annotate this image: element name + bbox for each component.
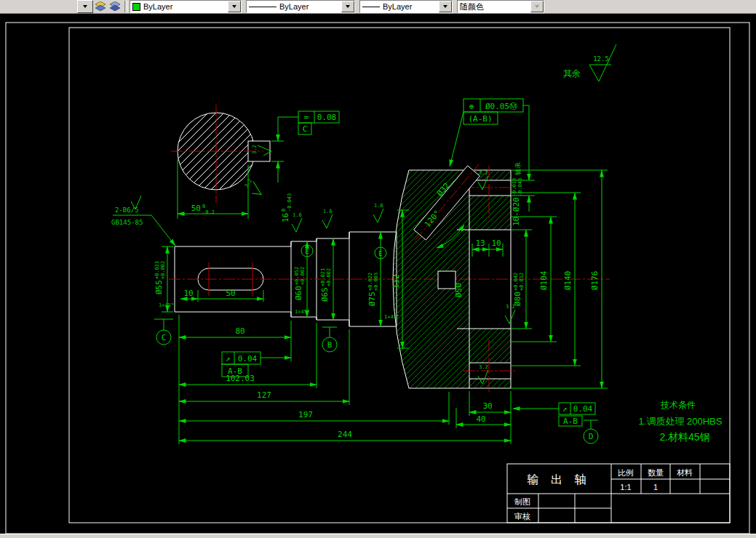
linetype-control-combo[interactable]: ByLayer [246,0,355,13]
qty-label: 数量 [648,468,664,477]
svg-text:-0.013: -0.013 [512,178,517,196]
svg-text:D: D [589,432,594,441]
docked-combo-arrow-button[interactable] [77,0,93,13]
svg-text:0.08: 0.08 [317,113,337,122]
dim-30: 30 [482,401,492,411]
svg-text:(A-B): (A-B) [468,114,492,124]
svg-text:+0.022: +0.022 [367,273,373,291]
dim-d104: Ø104 [539,270,549,290]
chevron-down-icon [535,5,539,10]
dim-40: 40 [476,414,485,424]
roughness-3-2: 3.2 [242,178,265,198]
shaft-diameter-dims: Ø55 +0.021 +0.002 E Ø60 +0.052 +0.002 Ø6… [154,203,399,326]
svg-text:3.2: 3.2 [244,178,254,189]
chamfer-note: 1×45° [159,302,174,308]
svg-text:1.6: 1.6 [323,209,333,214]
center-hole-note[interactable]: 2-B6/5 GB145-85 [111,196,175,246]
layers-icon[interactable] [94,1,107,12]
svg-text:+0.021: +0.021 [154,261,160,279]
scale-value: 1:1 [620,483,631,491]
chevron-down-icon [232,5,236,10]
svg-text:B: B [327,340,333,350]
svg-text:Ø104: Ø104 [539,270,549,290]
datum-b: B [322,327,337,352]
bottom-strip [0,534,756,538]
svg-text:-0.043: -0.043 [287,193,293,212]
title-block: 输 出 轴 比例 数量 材料 1:1 1 制图 审核 [507,464,730,523]
lineweight-combo-value: ByLayer [383,2,412,11]
color-combo-value: ByLayer [143,2,172,11]
lineweight-combo-arrow[interactable] [439,1,452,12]
linetype-combo-arrow[interactable] [341,1,354,12]
svg-text:0.04: 0.04 [573,404,593,414]
svg-text:A-B: A-B [563,417,578,426]
linetype-combo-value: ByLayer [279,2,309,11]
svg-text:+0.012: +0.012 [519,273,525,291]
svg-text:Ø0.05Ⓜ: Ø0.05Ⓜ [485,102,517,111]
svg-text:0: 0 [281,209,287,212]
tolerance-frame-f3[interactable]: ↗ 0.04 A-B [222,352,291,377]
svg-text:C: C [303,124,308,134]
svg-text:1.6: 1.6 [293,212,302,218]
keyway-section-view[interactable]: 50 0 -0.2 16 0 -0.043 = 0.08 C 3.2 3.2 [171,105,339,222]
drawing-viewport[interactable]: 50 0 -0.2 16 0 -0.043 = 0.08 C 3.2 3.2 2… [0,14,756,534]
tolerance-frame-f4[interactable]: ↗ 0.04 A-B [513,403,595,426]
svg-text:-0.2: -0.2 [202,209,215,215]
tolerance-frame-f1[interactable]: = 0.08 C [298,111,339,134]
svg-text:+0.021: +0.021 [320,268,326,286]
lineweight-control-combo[interactable]: ByLayer [359,0,453,13]
dim-d50: Ø50 [454,283,463,297]
checker-label: 审核 [514,512,530,521]
svg-text:Ø55: Ø55 [154,280,164,294]
svg-text:+0.002: +0.002 [326,268,332,286]
svg-text:Ø140: Ø140 [563,271,573,291]
chamfer-note: 1×45° [384,314,399,320]
svg-text:Ø60: Ø60 [294,286,303,300]
svg-text:1.调质处理 200HBS: 1.调质处理 200HBS [639,416,723,427]
color-control-combo[interactable]: ByLayer [130,0,242,13]
layer-states-icon[interactable] [108,1,122,12]
dim-keyway-10: 10 [183,289,193,298]
runout-symbol-icon: ↗ [562,404,568,414]
svg-text:+0.052: +0.052 [294,267,300,285]
svg-text:Ø50: Ø50 [454,283,463,297]
datum-d: D [584,420,598,443]
datum-e-circle: E [305,248,309,255]
dim-127: 127 [257,390,271,400]
material-label: 材料 [677,468,693,477]
dim-80: 80 [235,326,244,336]
dim-d80: Ø80 +0.042 +0.012 [513,273,525,306]
roughness-1-6: 1.6 [292,212,302,232]
dim-d65: Ø65 +0.021 +0.002 [320,268,332,302]
dim-keyway-50: 50 [226,289,235,298]
dim-d55: Ø55 +0.021 +0.002 [154,261,166,294]
top-toolbar: ByLayer ByLayer ByLayer 随颜色 [0,0,756,14]
gear-hub-section[interactable]: Ø32 120° Ø50 3.2 3.2 3.2 13 10 [393,164,517,393]
svg-text:Ø75: Ø75 [367,292,377,306]
dim-16-tol: 16 0 -0.043 [281,193,293,222]
svg-text:Ø176: Ø176 [590,271,600,291]
svg-text:技术条件: 技术条件 [660,400,696,410]
dim-d60: Ø60 +0.052 +0.002 [294,267,306,300]
position-symbol-icon: ⊕ [469,102,474,111]
svg-text:+0.002: +0.002 [160,261,166,279]
svg-text:112: 112 [391,274,401,289]
chevron-down-icon [83,5,87,10]
symmetry-symbol-icon: = [304,113,309,122]
svg-text:3.2: 3.2 [479,170,488,176]
cad-canvas[interactable]: 50 0 -0.2 16 0 -0.043 = 0.08 C 3.2 3.2 2… [0,14,756,534]
svg-text:其余: 其余 [563,68,581,79]
plotstyle-control-combo[interactable]: 随颜色 [457,0,544,13]
dim-d75: Ø75 +0.022 +0.003 [367,273,379,306]
svg-text:2.材料45钢: 2.材料45钢 [659,431,709,443]
dim-112: 112 [391,274,401,289]
linetype-sample-icon [249,7,276,7]
datum-c: C [154,319,173,345]
chamfer-note: 1×45° [295,309,310,315]
color-swatch-icon [132,3,140,11]
chevron-down-icon [443,5,447,10]
dim-d176: Ø176 [590,271,600,291]
color-combo-arrow[interactable] [228,1,241,12]
svg-text:10-Ø20: 10-Ø20 [512,197,521,226]
plotstyle-combo-value: 随颜色 [460,1,484,12]
